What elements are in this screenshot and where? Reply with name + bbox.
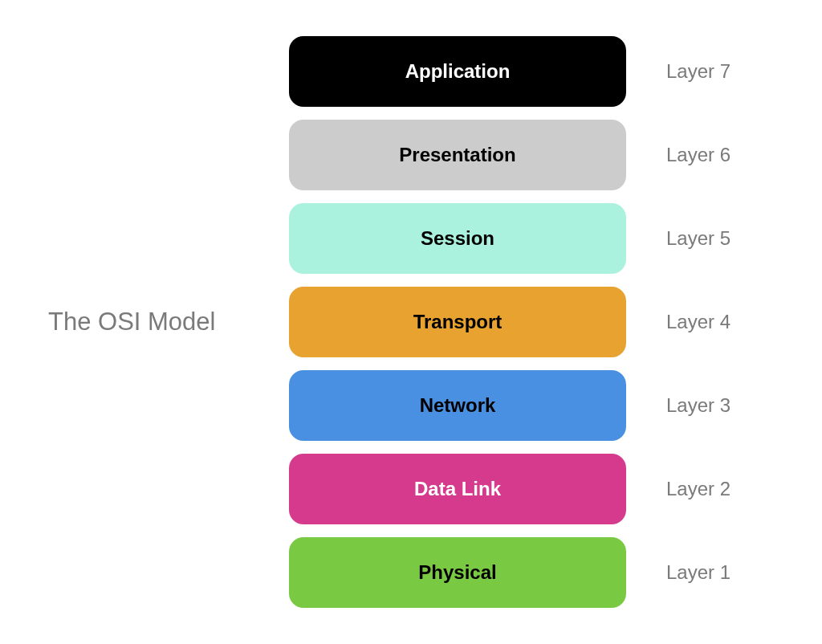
layer-label-2: Layer 2 — [666, 454, 782, 524]
layers-column: Application Presentation Session Transpo… — [289, 36, 626, 608]
osi-diagram: The OSI Model Application Presentation S… — [40, 36, 782, 608]
layer-label-6: Layer 6 — [666, 120, 782, 190]
layer-label-5: Layer 5 — [666, 203, 782, 274]
layer-label-3: Layer 3 — [666, 370, 782, 441]
title-column: The OSI Model — [40, 307, 289, 336]
labels-column: Layer 7 Layer 6 Layer 5 Layer 4 Layer 3 … — [626, 36, 782, 608]
layer-label-1: Layer 1 — [666, 537, 782, 608]
layer-label-7: Layer 7 — [666, 36, 782, 107]
layer-box-transport: Transport — [289, 287, 626, 357]
layer-label-4: Layer 4 — [666, 287, 782, 357]
layer-box-data-link: Data Link — [289, 454, 626, 524]
layer-box-physical: Physical — [289, 537, 626, 608]
diagram-title: The OSI Model — [48, 307, 215, 336]
layer-box-session: Session — [289, 203, 626, 274]
layer-box-application: Application — [289, 36, 626, 107]
layer-box-presentation: Presentation — [289, 120, 626, 190]
layer-box-network: Network — [289, 370, 626, 441]
